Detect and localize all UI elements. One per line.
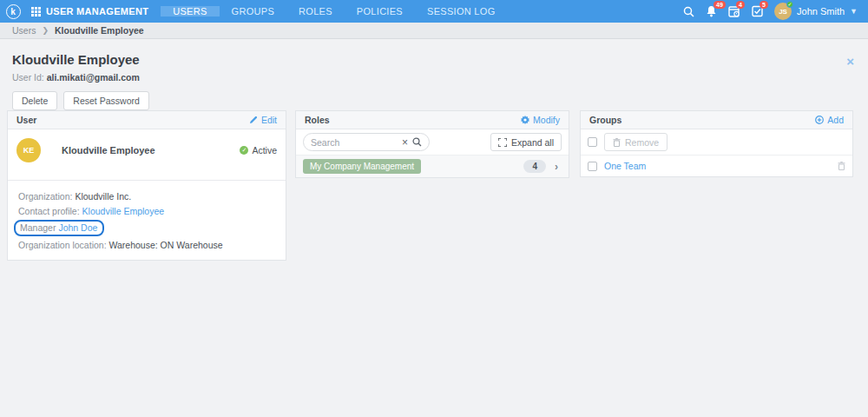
modify-button[interactable]: Modify [521, 115, 560, 125]
user-id-label: User Id: [12, 72, 44, 83]
online-status-icon: ✓ [786, 1, 793, 8]
edit-label: Edit [261, 115, 277, 125]
magnifier-icon[interactable] [412, 137, 422, 147]
app-title[interactable]: USER MANAGEMENT [26, 6, 161, 17]
user-card-title: User [16, 115, 36, 125]
groups-card: Groups Add Remove One Team [580, 110, 853, 177]
expand-all-button[interactable]: Expand all [490, 133, 562, 151]
nav-item-session-log[interactable]: SESSION LOG [415, 6, 508, 17]
nav-item-users[interactable]: USERS [161, 6, 219, 17]
breadcrumb: Users ❯ Kloudville Employee [0, 23, 868, 39]
groups-card-title: Groups [589, 115, 621, 125]
trash-icon [613, 138, 621, 147]
user-card: User Edit KE Kloudville Employee ✓ Activ… [7, 110, 286, 261]
nav-item-policies[interactable]: POLICIES [345, 6, 415, 17]
avatar: JS ✓ [774, 3, 792, 20]
delete-button[interactable]: Delete [12, 91, 57, 110]
select-all-checkbox[interactable] [588, 137, 597, 147]
notifications-bell-icon[interactable]: 49 [706, 5, 717, 17]
roles-card: Roles Modify × Expand all My Company Man… [295, 110, 569, 178]
status-badge: ✓ Active [240, 145, 277, 156]
chevron-down-icon: ▼ [850, 7, 858, 16]
expand-icon [498, 138, 507, 147]
status-label: Active [252, 145, 277, 156]
kloudville-logo-icon: k [6, 4, 21, 19]
group-link[interactable]: One Team [604, 161, 646, 171]
clear-search-icon[interactable]: × [402, 137, 408, 148]
remove-button[interactable]: Remove [604, 133, 667, 151]
bell-badge: 49 [713, 1, 726, 9]
breadcrumb-users[interactable]: Users [12, 25, 36, 36]
avatar-initials: JS [779, 8, 787, 16]
roles-card-title: Roles [305, 115, 330, 125]
delete-group-icon[interactable] [838, 162, 845, 170]
nav-item-roles[interactable]: ROLES [286, 6, 345, 17]
remove-label: Remove [625, 137, 659, 148]
user-id-value: ali.mikati@gmail.com [47, 72, 140, 83]
close-icon[interactable]: × [846, 55, 854, 68]
plus-circle-icon [815, 116, 824, 124]
tasks-badge: 5 [760, 1, 768, 9]
detail-organization: Organization: Kloudville Inc. [18, 190, 275, 202]
role-tag[interactable]: My Company Management [303, 159, 421, 174]
group-row: One Team [581, 155, 852, 176]
edit-button[interactable]: Edit [249, 115, 277, 125]
tasks-check-icon[interactable]: 5 [752, 5, 763, 17]
roles-search-box: × [303, 133, 430, 151]
user-avatar: KE [16, 138, 41, 162]
manager-highlight-box: Manager John Doe [14, 220, 104, 236]
user-id-line: User Id: ali.mikati@gmail.com [12, 72, 856, 83]
chevron-right-icon[interactable]: › [555, 161, 558, 173]
top-navbar: k USER MANAGEMENT USERS GROUPS ROLES POL… [0, 0, 868, 23]
main-nav: USERS GROUPS ROLES POLICIES SESSION LOG [161, 6, 507, 17]
pencil-icon [249, 116, 258, 124]
user-menu[interactable]: JS ✓ John Smith ▼ [774, 3, 858, 20]
detail-contact-profile: Contact profile: Kloudville Employee [18, 205, 275, 217]
manager-link[interactable]: John Doe [58, 222, 97, 233]
add-button[interactable]: Add [815, 115, 844, 125]
nav-item-groups[interactable]: GROUPS [220, 6, 286, 17]
detail-organization-location: Organization location: Warehouse: ON War… [18, 239, 275, 251]
role-row: My Company Management 4 › [296, 155, 569, 177]
expand-all-label: Expand all [511, 137, 554, 148]
apps-grid-icon [31, 7, 41, 17]
calendar-clock-icon[interactable]: 4 [728, 5, 740, 17]
gear-icon [521, 116, 529, 124]
app-title-label: USER MANAGEMENT [46, 6, 148, 17]
app-logo[interactable]: k [0, 4, 26, 19]
role-count-badge: 4 [523, 160, 546, 173]
breadcrumb-current: Kloudville Employee [55, 25, 144, 36]
calendar-badge: 4 [736, 1, 745, 9]
roles-search-input[interactable] [311, 137, 402, 148]
user-name-label: John Smith [797, 6, 845, 17]
detail-manager: Manager John Doe [18, 220, 275, 236]
contact-profile-link[interactable]: Kloudville Employee [82, 206, 165, 216]
modify-label: Modify [533, 115, 560, 125]
active-check-icon: ✓ [240, 146, 248, 155]
search-icon[interactable] [683, 6, 694, 17]
row-checkbox[interactable] [588, 162, 597, 171]
page-title: Kloudville Employee [12, 52, 856, 67]
user-full-name: Kloudville Employee [62, 145, 155, 156]
add-label: Add [827, 115, 844, 125]
reset-password-button[interactable]: Reset Password [63, 91, 148, 110]
breadcrumb-separator-icon: ❯ [42, 26, 49, 35]
